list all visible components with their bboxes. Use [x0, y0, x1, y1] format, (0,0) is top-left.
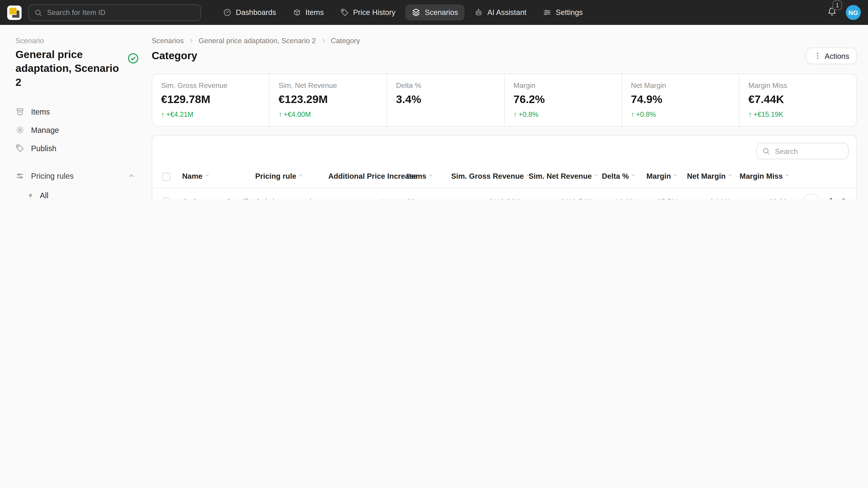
gauge-icon	[223, 8, 231, 17]
pricing-rules-table: NamePricing ruleAdditional Price Increas…	[152, 166, 857, 199]
table-row-c-customer-specific[interactable]: C: Customer SpecificOnly increase prices…	[152, 188, 857, 199]
sort-icon	[204, 173, 210, 178]
kpi-delta: ↑+0.8%	[513, 111, 613, 119]
sidebar-item-items[interactable]: Items	[16, 103, 141, 121]
cell-net: €110.54K	[524, 188, 596, 199]
kpi-delta-value: +0.8%	[519, 111, 538, 119]
main-nav: DashboardsItemsPrice HistoryScenariosAI …	[217, 4, 590, 21]
cell-delta: 10.0%	[596, 188, 641, 199]
cell-net-margin: 84.9%	[683, 188, 735, 199]
eye-icon	[839, 197, 848, 199]
column-header-margin[interactable]: Margin	[640, 166, 682, 188]
sidebar-item-manage[interactable]: Manage	[16, 121, 141, 139]
nav-item-label: Settings	[556, 8, 583, 17]
kpi-label: Margin Miss	[748, 81, 848, 90]
kpi-value: 3.4%	[396, 93, 495, 105]
sidebar-group-pricing-rules[interactable]: Pricing rules	[16, 167, 141, 185]
nav-item-label: Scenarios	[425, 8, 458, 17]
cell-margin-miss: €0.00	[735, 188, 792, 199]
cell-margin: 85.7%	[640, 188, 682, 199]
kpi-value: 74.9%	[631, 93, 730, 105]
robot-icon	[475, 8, 483, 17]
sidebar-item-all[interactable]: All	[11, 186, 141, 199]
page-title: Category	[152, 50, 197, 62]
sidebar-item-label: Manage	[31, 125, 59, 134]
check-icon	[807, 198, 815, 199]
column-header-delta[interactable]: Delta %	[596, 166, 641, 188]
nav-item-dashboards[interactable]: Dashboards	[217, 4, 283, 21]
column-header-margin-miss[interactable]: Margin Miss	[735, 166, 792, 188]
item-search-input[interactable]	[46, 8, 195, 17]
avatar[interactable]: NG	[846, 5, 861, 20]
breadcrumb-general-price-adaptation-scenario-2[interactable]: General price adaptation, Scenario 2	[199, 37, 316, 45]
chevron-right-icon	[320, 38, 327, 44]
sort-icon	[784, 173, 790, 178]
kpi-value: €7.44K	[748, 93, 848, 105]
nav-item-settings[interactable]: Settings	[536, 4, 590, 21]
scenario-approved-icon	[127, 53, 139, 64]
tag-icon	[340, 8, 349, 17]
nav-item-ai-assistant[interactable]: AI Assistant	[468, 4, 533, 21]
table-search-input[interactable]	[774, 147, 843, 156]
sidebar-group-label: Pricing rules	[31, 171, 74, 180]
chevron-right-icon	[188, 38, 194, 44]
notifications-button[interactable]: 1	[827, 6, 837, 19]
nav-item-price-history[interactable]: Price History	[334, 4, 402, 21]
breadcrumb-category: Category	[331, 37, 360, 45]
select-all-checkbox[interactable]	[162, 173, 170, 181]
topbar: DashboardsItemsPrice HistoryScenariosAI …	[0, 0, 868, 25]
kpi-net-margin: Net Margin74.9%↑+0.8%	[621, 74, 739, 126]
column-header-label: Net Margin	[687, 172, 725, 181]
gear-icon	[16, 125, 24, 134]
column-header-label: Delta %	[602, 172, 629, 181]
sort-icon	[593, 173, 599, 178]
kpi-delta-value: +€15.19K	[753, 111, 783, 119]
nav-item-label: Dashboards	[236, 8, 276, 17]
column-header-label: Pricing rule	[255, 172, 296, 181]
kpi-row: Sim. Gross Revenue€129.78M↑+€4.21MSim. N…	[152, 74, 857, 127]
sidebar-item-label: Items	[31, 107, 50, 116]
kpi-delta: ↑+€4.21M	[161, 111, 260, 119]
actions-button[interactable]: Actions	[806, 48, 857, 64]
column-header-pricing-rule[interactable]: Pricing rule	[251, 166, 324, 188]
sidebar-section-label: Scenario	[16, 37, 141, 45]
kpi-delta-value: +€4.21M	[166, 111, 193, 119]
sort-icon	[727, 173, 733, 178]
topbar-right: 1 NG	[827, 5, 861, 20]
column-header-sim-gross-revenue[interactable]: Sim. Gross Revenue	[447, 166, 524, 188]
kpi-label: Sim. Gross Revenue	[161, 81, 260, 90]
column-header-additional-price-increase[interactable]: Additional Price Increase	[324, 166, 403, 188]
sidebar-item-publish[interactable]: Publish	[16, 139, 141, 157]
nav-item-items[interactable]: Items	[286, 4, 331, 21]
view-button[interactable]	[839, 197, 848, 199]
bullet-dot	[29, 193, 32, 197]
cell-name: C: Customer Specific	[178, 188, 251, 199]
kpi-delta-value: +0.8%	[636, 111, 656, 119]
column-header-name[interactable]: Name	[178, 166, 251, 188]
kpi-delta: Delta %3.4%	[386, 74, 504, 126]
sidebar-item-label: All	[40, 191, 49, 199]
box-icon	[293, 8, 301, 17]
kpi-margin: Margin76.2%↑+0.8%	[504, 74, 622, 126]
approve-button[interactable]	[804, 194, 819, 199]
column-header-label: Items	[407, 172, 426, 181]
column-header-net-margin[interactable]: Net Margin	[683, 166, 735, 188]
column-header-sim-net-revenue[interactable]: Sim. Net Revenue	[524, 166, 596, 188]
arrow-up-icon: ↑	[278, 111, 282, 119]
nav-item-scenarios[interactable]: Scenarios	[405, 4, 465, 21]
app-logo[interactable]	[7, 5, 22, 20]
edit-button[interactable]	[825, 197, 833, 199]
kpi-value: 76.2%	[513, 93, 613, 105]
kpi-delta: ↑+€15.19K	[748, 111, 848, 119]
kpi-value: €129.78M	[161, 93, 260, 105]
cell-items: 39	[402, 188, 447, 199]
pencil-icon	[825, 197, 833, 199]
cell-rule: Only increase prices	[251, 188, 324, 199]
filter-icon	[16, 171, 24, 180]
main-content: ScenariosGeneral price adaptation, Scena…	[141, 25, 868, 199]
kpi-sim-gross-revenue: Sim. Gross Revenue€129.78M↑+€4.21M	[152, 74, 269, 126]
breadcrumb-scenarios[interactable]: Scenarios	[152, 37, 184, 45]
row-checkbox[interactable]	[162, 198, 170, 199]
column-header-items[interactable]: Items	[402, 166, 447, 188]
kebab-icon	[813, 52, 821, 60]
